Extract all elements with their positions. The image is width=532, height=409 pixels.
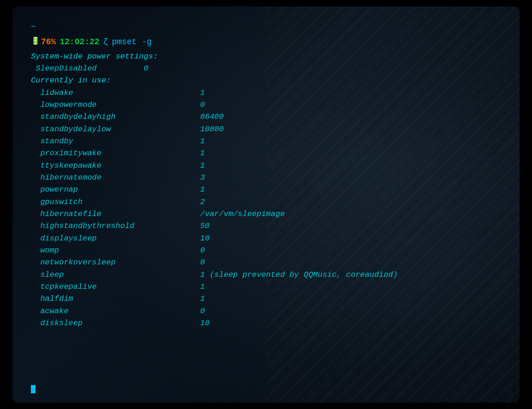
clock-time: 12:02:22 (59, 35, 99, 49)
system-header: System-wide power settings: (31, 51, 501, 63)
setting-row: halfdim 1 (31, 293, 501, 305)
setting-row: hibernatemode 3 (31, 172, 501, 184)
setting-row: gpuswitch 2 (31, 196, 501, 208)
setting-row: displaysleep 10 (31, 233, 501, 245)
setting-row: hibernatefile /var/vm/sleepimage (31, 208, 501, 220)
tilde-line: ~ (31, 20, 501, 34)
setting-row: proximitywake 1 (31, 147, 501, 159)
setting-row: tcpkeepalive 1 (31, 281, 501, 293)
setting-row: acwake 0 (31, 305, 501, 317)
setting-row: standbydelayhigh 86400 (31, 111, 501, 123)
sleep-disabled-label: SleepDisabled (31, 64, 97, 73)
cursor (31, 385, 35, 393)
battery-icon: 🔋 (31, 36, 40, 48)
zeta-symbol: ζ (103, 35, 108, 49)
settings-list: lidwake 1 lowpowermode 0 standbydelayhig… (31, 87, 501, 330)
setting-row: standby 1 (31, 135, 501, 147)
terminal-window: ~ 🔋 76% 12:02:22 ζ pmset -g System-wide … (12, 6, 520, 403)
setting-row: lidwake 1 (31, 87, 501, 99)
prompt-line: 🔋 76% 12:02:22 ζ pmset -g (31, 35, 501, 49)
tilde-symbol: ~ (31, 22, 36, 31)
setting-row: networkoversleep 0 (31, 257, 501, 269)
setting-row: powernap 1 (31, 184, 501, 196)
command-text: pmset -g (112, 35, 152, 49)
sleep-disabled-line: SleepDisabled 0 (31, 63, 501, 75)
currently-label: Currently in use: (31, 75, 501, 87)
terminal-content: ~ 🔋 76% 12:02:22 ζ pmset -g System-wide … (12, 6, 520, 344)
sleep-disabled-value: 0 (144, 64, 148, 73)
setting-row: ttyskeepawake 1 (31, 160, 501, 172)
setting-row: disksleep 10 (31, 317, 501, 329)
setting-row: highstandbythreshold 50 (31, 220, 501, 232)
setting-row: sleep 1 (sleep prevented by QQMusic, cor… (31, 269, 501, 281)
battery-percent: 76% (41, 35, 56, 49)
setting-row: standbydelaylow 10800 (31, 123, 501, 135)
setting-row: lowpowermode 0 (31, 99, 501, 111)
setting-row: womp 0 (31, 245, 501, 257)
